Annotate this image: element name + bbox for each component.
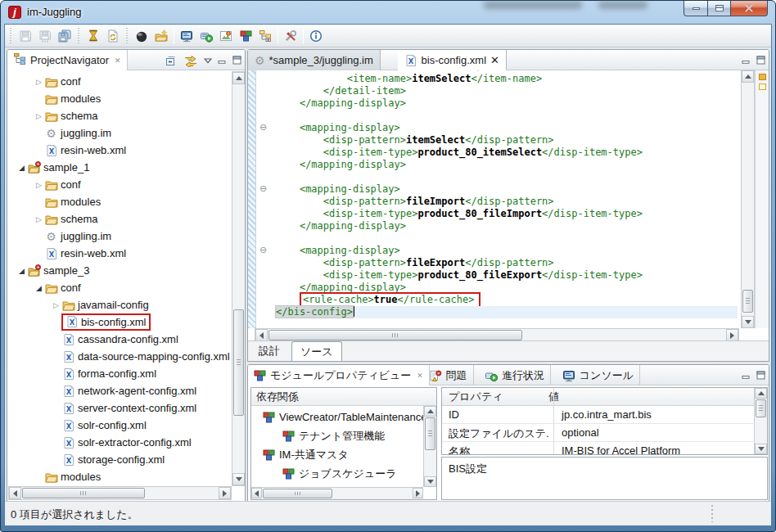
editor-line[interactable]: </mapping-display>: [276, 159, 738, 171]
tree-item-resin-web-xml[interactable]: Xresin-web.xml: [8, 245, 126, 262]
editor-line[interactable]: <disp-item-type>product_80_itemSelect</d…: [276, 147, 738, 159]
editor-tab-bis-config-xml[interactable]: Xbis-config.xml✕: [398, 50, 507, 70]
title-bar[interactable]: j im-Juggling: [1, 1, 775, 24]
dependency-item[interactable]: ViewCreator/TableMaintenance: [251, 408, 423, 426]
editor-line[interactable]: <mapping-display>: [276, 245, 738, 257]
editor-line[interactable]: </mapping-display>: [276, 97, 738, 110]
link-with-editor-button[interactable]: [183, 54, 198, 67]
tree-item-sample-1[interactable]: ◢sample_1: [8, 159, 89, 176]
page-tab-source[interactable]: ソース: [291, 341, 342, 361]
minimize-button[interactable]: [684, 1, 708, 16]
expander-closed-icon[interactable]: ▷: [34, 215, 44, 223]
maximize-view-button[interactable]: [232, 56, 241, 65]
editor-line[interactable]: <disp-pattern>fileImport</disp-pattern>: [276, 196, 738, 208]
tree-item-cassandra-config-xml[interactable]: Xcassandra-config.xml: [8, 331, 178, 348]
tab-close-icon[interactable]: ✕: [490, 54, 499, 66]
editor-line[interactable]: [276, 232, 738, 245]
expander-closed-icon[interactable]: ▷: [34, 181, 44, 189]
view-tab-問題[interactable]: 問題: [423, 365, 474, 385]
expander-open-icon[interactable]: ◢: [34, 284, 44, 292]
tools-wrench-button[interactable]: [281, 26, 300, 46]
tree-item-javamail-config[interactable]: ▷javamail-config: [8, 296, 149, 313]
tree-item-conf[interactable]: ▷conf: [8, 73, 81, 90]
view-menu-button[interactable]: [204, 57, 212, 64]
tree-item-storage-config-xml[interactable]: Xstorage-config.xml: [8, 451, 165, 468]
editor-line-current[interactable]: </bis-config>: [276, 306, 738, 318]
tree-item-solr-extractor-config-xml[interactable]: Xsolr-extractor-config.xml: [8, 434, 192, 451]
close-button[interactable]: [730, 1, 768, 16]
editor-vscrollbar[interactable]: [741, 70, 755, 328]
overview-annotation-marker[interactable]: [759, 74, 766, 80]
view-tab-モジュールプロパティビュー[interactable]: モジュールプロパティビュー✕: [248, 365, 430, 385]
navigator-vscrollbar[interactable]: [232, 71, 246, 486]
tree-item-schema[interactable]: ▷schema: [8, 210, 98, 228]
tree-item-conf[interactable]: ◢conf: [8, 279, 81, 296]
console-monitor-button[interactable]: [177, 26, 196, 46]
editor-overview-ruler[interactable]: [755, 70, 769, 328]
maximize-view-button[interactable]: [756, 56, 765, 65]
fold-collapse-icon[interactable]: ⊖: [259, 246, 269, 255]
hierarchy-view-button[interactable]: [255, 26, 275, 46]
dependency-item[interactable]: テナント管理機能: [251, 426, 385, 445]
tree-item-solr-config-xml[interactable]: Xsolr-config.xml: [8, 417, 147, 434]
editor-line[interactable]: </detail-item>: [276, 85, 738, 97]
fold-collapse-icon[interactable]: ⊖: [259, 123, 269, 133]
navigator-tab-close-icon[interactable]: ✕: [113, 56, 121, 65]
tree-item-modules[interactable]: modules: [8, 193, 101, 210]
editor-line[interactable]: <disp-pattern>fileExport</disp-pattern>: [276, 257, 738, 269]
fold-collapse-icon[interactable]: ⊖: [259, 184, 269, 194]
expander-open-icon[interactable]: ◢: [16, 267, 27, 275]
about-info-button[interactable]: [306, 26, 326, 46]
navigator-hscrollbar[interactable]: [8, 486, 232, 500]
tree-item-modules[interactable]: modules: [8, 90, 101, 107]
collapse-all-button[interactable]: [164, 54, 178, 67]
editor-line[interactable]: [276, 110, 738, 122]
tree-item-forma-config-xml[interactable]: Xforma-config.xml: [8, 365, 156, 382]
refresh-config-file-button[interactable]: [103, 26, 123, 46]
editor-line[interactable]: <mapping-display>: [276, 183, 738, 196]
import-juggling-config-button[interactable]: [83, 26, 103, 46]
expander-closed-icon[interactable]: ▷: [34, 78, 44, 86]
maximize-view-button[interactable]: [756, 371, 765, 380]
property-row--[interactable]: 設定ファイルのステ...optional: [442, 424, 753, 442]
run-server-button[interactable]: [196, 26, 216, 46]
editor-fold-margin[interactable]: ⊖⊖⊖: [257, 70, 273, 328]
tree-item-data-source-mapping-config-xml[interactable]: Xdata-source-mapping-config.xml: [8, 348, 230, 365]
module-cubes-button[interactable]: [236, 26, 255, 46]
editor-line[interactable]: <disp-item-type>product_80_fileImport</d…: [276, 208, 738, 220]
expander-closed-icon[interactable]: ▷: [51, 301, 61, 309]
tree-item-network-agent-config-xml[interactable]: Xnetwork-agent-config.xml: [8, 382, 196, 399]
minimize-view-button[interactable]: [742, 371, 751, 380]
editor-line[interactable]: <disp-pattern>itemSelect</disp-pattern>: [276, 134, 738, 147]
tree-item-conf[interactable]: ▷conf: [8, 176, 81, 193]
expander-open-icon[interactable]: ◢: [16, 164, 27, 172]
tree-item-server-context-config-xml[interactable]: Xserver-context-config.xml: [8, 399, 196, 417]
xml-editor[interactable]: ⊖⊖⊖ <item-name>itemSelect</item-name> <i…: [248, 70, 769, 328]
tree-item-juggling-im[interactable]: ⚙juggling.im: [8, 228, 111, 245]
tree-item-schema[interactable]: ▷schema: [8, 107, 98, 124]
new-project-folder-button[interactable]: [151, 26, 171, 46]
save-as-button[interactable]: [35, 26, 55, 46]
editor-line[interactable]: [276, 171, 738, 183]
save-all-button[interactable]: [55, 26, 74, 46]
editor-line[interactable]: <mapping-display>: [276, 122, 738, 134]
statusbar-grip[interactable]: [711, 505, 715, 522]
tab-project-navigator[interactable]: ProjectNavigator ✕: [7, 50, 128, 70]
property-row--[interactable]: 名称IM-BIS for Accel Platform: [442, 442, 753, 454]
tree-item-modules[interactable]: modules: [8, 468, 101, 485]
dependency-vscrollbar[interactable]: [423, 406, 436, 487]
image-warning-button[interactable]: [216, 26, 236, 46]
dependency-item[interactable]: IM-共通マスタ: [251, 445, 349, 464]
editor-tab--sample-3-juggling-im[interactable]: ⚙*sample_3/juggling.im: [248, 50, 381, 70]
editor-line[interactable]: </mapping-display>: [276, 220, 738, 232]
page-tab-design[interactable]: 設計: [250, 341, 288, 361]
dependency-hscrollbar[interactable]: [251, 487, 423, 499]
property-column-header[interactable]: プロパティ: [442, 390, 548, 404]
view-tab-コンソール[interactable]: コンソール: [557, 365, 640, 385]
overview-annotation-marker[interactable]: [759, 83, 766, 90]
editor-text[interactable]: <item-name>itemSelect</item-name> <item-…: [273, 70, 738, 328]
maximize-button[interactable]: [707, 1, 731, 16]
editor-line[interactable]: <disp-item-type>product_80_fileExport</d…: [276, 269, 738, 282]
tree-item-sample-3[interactable]: ◢sample_3: [8, 262, 89, 279]
tree-item-bis-config-xml[interactable]: Xbis-config.xml: [8, 313, 151, 331]
